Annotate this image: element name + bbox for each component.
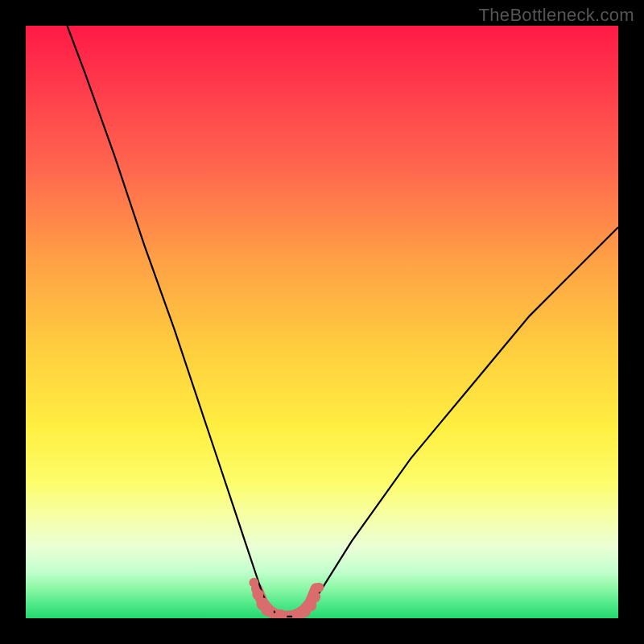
valley-marker-dot: [249, 578, 258, 588]
plot-area: [26, 26, 618, 618]
bottleneck-curve: [68, 26, 619, 617]
valley-marker-dot: [314, 583, 324, 592]
chart-svg: [26, 26, 618, 618]
watermark-label: TheBottleneck.com: [479, 5, 634, 26]
valley-marker-dot: [309, 592, 320, 603]
chart-frame: TheBottleneck.com: [0, 0, 644, 644]
valley-marker-dot: [261, 604, 274, 617]
